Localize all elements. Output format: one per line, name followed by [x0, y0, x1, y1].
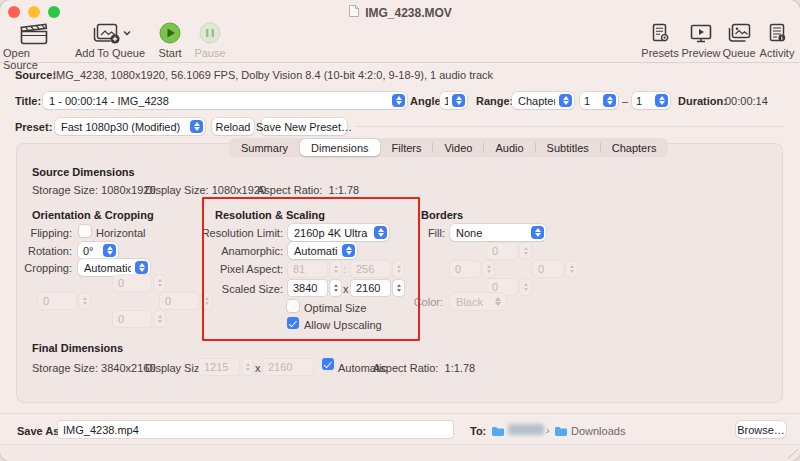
- preset-label: Preset:: [15, 121, 52, 134]
- add-to-queue-label: Add To Queue: [75, 47, 145, 59]
- resolution-limit-label: Resolution Limit:: [193, 227, 283, 240]
- clapperboard-icon: [19, 22, 49, 44]
- chevron-up-down-icon: [603, 94, 616, 107]
- save-bar-divider: [0, 413, 800, 414]
- angle-popup[interactable]: 1: [440, 92, 467, 109]
- breadcrumb-separator: ›: [546, 424, 550, 437]
- scaled-width-stepper[interactable]: [330, 280, 341, 296]
- source-label: Source:: [15, 69, 56, 82]
- to-label: To:: [470, 425, 486, 438]
- preview-button[interactable]: Preview: [678, 22, 724, 59]
- flipping-horizontal-label: Horizontal: [96, 227, 146, 240]
- display-width-field: 1215: [199, 359, 239, 375]
- save-new-preset-button[interactable]: Save New Preset…: [261, 118, 347, 135]
- range-type-popup[interactable]: Chapters: [512, 92, 574, 109]
- chevron-up-down-icon: [135, 261, 148, 274]
- border-left-field: 0: [450, 261, 480, 277]
- tab-audio[interactable]: Audio: [484, 139, 534, 156]
- resize-grip[interactable]: [788, 449, 798, 459]
- pause-icon: [199, 22, 221, 44]
- add-to-queue-button[interactable]: Add To Queue: [74, 22, 146, 59]
- scaled-width-field[interactable]: 3840: [288, 280, 327, 296]
- fill-label: Fill:: [405, 227, 445, 240]
- start-button[interactable]: Start: [152, 22, 188, 59]
- source-aspect-ratio: Aspect Ratio: 1:1.78: [257, 184, 359, 197]
- open-source-label: Open Source: [3, 47, 65, 71]
- tab-summary[interactable]: Summary: [230, 139, 299, 156]
- final-aspect-ratio: Aspect Ratio: 1:1.78: [373, 362, 475, 375]
- duration-value: 00:00:14: [725, 95, 768, 108]
- pixel-aspect-y-field: 256: [351, 261, 390, 277]
- allow-upscaling-checkbox[interactable]: [287, 317, 299, 329]
- presets-icon: [649, 22, 671, 44]
- chevron-up-down-icon: [374, 226, 387, 239]
- preset-popup[interactable]: Fast 1080p30 (Modified): [55, 118, 205, 135]
- destination-folder-name: Downloads: [571, 425, 625, 438]
- cropping-popup[interactable]: Automatic: [78, 259, 150, 276]
- rotation-label: Rotation:: [8, 245, 72, 258]
- tab-dimensions[interactable]: Dimensions: [300, 139, 379, 156]
- save-as-input[interactable]: [58, 421, 453, 438]
- toolbar-divider: [0, 62, 800, 63]
- crop-bottom-field: 0: [113, 311, 151, 327]
- queue-label: Queue: [722, 47, 755, 59]
- title-popup[interactable]: 1 - 00:00:14 - IMG_4238: [43, 92, 407, 109]
- range-to-popup[interactable]: 1: [632, 92, 670, 109]
- folder-icon: [491, 423, 505, 441]
- border-right-stepper: [566, 261, 577, 277]
- pixel-aspect-x-field: 81: [288, 261, 327, 277]
- source-dimensions-heading: Source Dimensions: [32, 166, 135, 179]
- open-source-button[interactable]: Open Source: [3, 22, 65, 71]
- scaled-height-stepper[interactable]: [393, 280, 404, 296]
- queue-icon: [726, 22, 752, 44]
- activity-button[interactable]: Activity: [756, 22, 798, 59]
- chevron-up-down-icon: [342, 244, 355, 257]
- resolution-limit-popup[interactable]: 2160p 4K Ultra HD: [288, 224, 389, 241]
- browse-button[interactable]: Browse…: [736, 421, 786, 438]
- anamorphic-label: Anamorphic:: [193, 245, 283, 258]
- display-height-field: 2160: [263, 359, 313, 375]
- source-storage-size: Storage Size: 1080x1920: [32, 184, 156, 197]
- window-footer: [0, 444, 800, 461]
- crop-bottom-stepper: [154, 311, 165, 327]
- play-icon: [159, 22, 181, 44]
- start-label: Start: [158, 47, 181, 59]
- scaled-height-field[interactable]: 2160: [351, 280, 390, 296]
- range-label: Range:: [476, 95, 513, 108]
- border-left-stepper: [483, 261, 494, 277]
- tab-filters[interactable]: Filters: [381, 139, 433, 156]
- range-from-popup[interactable]: 1: [580, 92, 618, 109]
- pause-label: Pause: [194, 47, 225, 59]
- automatic-checkbox[interactable]: [322, 358, 334, 370]
- pixel-aspect-y-stepper: [393, 261, 404, 277]
- border-color-popup: Black: [450, 293, 506, 310]
- activity-icon: [766, 22, 788, 44]
- folder-icon: [554, 423, 568, 441]
- preview-icon: [689, 22, 713, 44]
- title-label: Title:: [15, 95, 41, 108]
- optimal-size-checkbox[interactable]: [287, 300, 299, 312]
- border-color-label: Color:: [403, 296, 443, 309]
- border-right-field: 0: [533, 261, 563, 277]
- display-size-separator: x: [255, 362, 261, 375]
- scaled-size-label: Scaled Size:: [193, 283, 283, 296]
- tab-subtitles[interactable]: Subtitles: [536, 139, 600, 156]
- chevron-up-down-icon: [190, 120, 203, 133]
- titlebar: IMG_4238.MOV: [0, 4, 800, 22]
- window-title: IMG_4238.MOV: [365, 6, 452, 20]
- cropping-label: Cropping:: [8, 262, 72, 275]
- source-value: IMG_4238, 1080x1920, 56.1069 FPS, Dolby …: [53, 69, 493, 82]
- anamorphic-popup[interactable]: Automatic: [288, 242, 357, 259]
- rotation-popup[interactable]: 0°: [78, 242, 118, 259]
- presets-label: Presets: [641, 47, 678, 59]
- tab-video[interactable]: Video: [433, 139, 483, 156]
- border-top-stepper: [520, 243, 531, 259]
- chevron-up-down-icon: [392, 94, 405, 107]
- fill-popup[interactable]: None: [450, 224, 546, 241]
- source-display-size: Display Size: 1080x1920: [145, 184, 266, 197]
- flipping-horizontal-checkbox[interactable]: [79, 225, 91, 237]
- reload-button[interactable]: Reload: [212, 118, 254, 135]
- tab-chapters[interactable]: Chapters: [601, 139, 668, 156]
- queue-button[interactable]: Queue: [721, 22, 757, 59]
- display-width-stepper: [242, 359, 253, 375]
